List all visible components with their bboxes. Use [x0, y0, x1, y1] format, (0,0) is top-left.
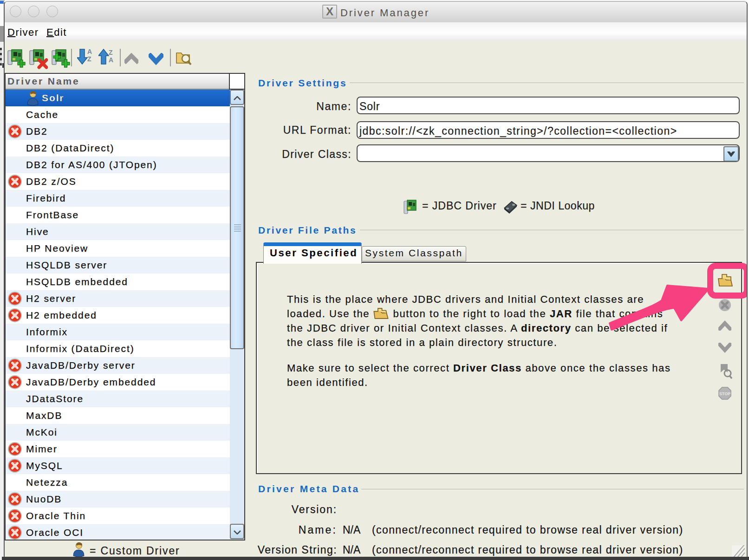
svg-text:A: A	[109, 56, 113, 64]
svg-text:Z: Z	[87, 55, 91, 63]
svg-text:STOP: STOP	[719, 391, 730, 396]
svg-text:Z: Z	[109, 49, 113, 56]
svg-text:A: A	[87, 48, 92, 55]
